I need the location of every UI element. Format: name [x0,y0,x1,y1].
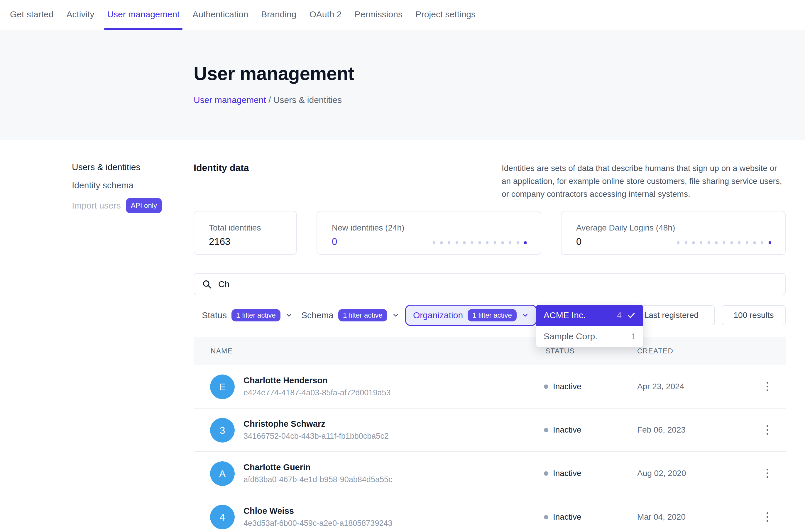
row-actions-kebab-icon[interactable] [761,465,774,481]
page-title: User management [194,63,354,84]
breadcrumb-link[interactable]: User management [194,95,266,105]
identities-table: NAME STATUS CREATED E Charlotte Henderso… [194,337,786,532]
identity-name-cell: Chloe Weiss 4e3d53af-6b00-459c-a2e0-a180… [243,506,392,528]
status-cell: Inactive [544,382,581,391]
main-content: Identity data Identities are sets of dat… [194,162,786,532]
search-bar [194,273,786,295]
stat-card-new-identities: New identities (24h) 0 [317,211,541,255]
row-actions-kebab-icon[interactable] [761,422,774,438]
table-row[interactable]: 3 Christophe Schwarz 34166752-04cb-443b-… [194,408,786,452]
created-date: Apr 23, 2024 [637,382,684,391]
top-nav: Get started Activity User management Aut… [0,0,805,29]
identity-name-cell: Charlotte Guerin afd63ba0-467b-4e1d-b958… [243,462,392,484]
identity-id: afd63ba0-467b-4e1d-b958-90ab84d5a55c [243,475,392,484]
filter-active-badge: 1 filter active [468,309,517,321]
filter-active-badge: 1 filter active [231,309,280,321]
identity-name-cell: Christophe Schwarz 34166752-04cb-443b-a1… [243,419,389,441]
avatar: 3 [210,418,235,442]
identity-id: 4e3d53af-6b00-459c-a2e0-a18058739243 [243,519,392,528]
tab-user-management[interactable]: User management [107,0,180,29]
sidebar-item-label: Import users [72,200,121,211]
created-date: Feb 06, 2023 [637,425,686,435]
dropdown-option-sample-corp[interactable]: Sample Corp. 1 [536,326,643,347]
sparkline-chart [433,241,527,244]
intro-row: Identity data Identities are sets of dat… [194,162,786,200]
option-label: ACME Inc. [544,310,612,320]
avatar: 4 [210,505,235,529]
created-date: Aug 02, 2020 [637,469,686,478]
tab-authentication[interactable]: Authentication [192,0,248,29]
filter-status[interactable]: Status 1 filter active [202,305,293,326]
breadcrumb: User management / Users & identities [194,95,342,105]
avatar: E [210,375,235,399]
status-badge: Inactive [553,469,581,478]
sidebar-item-import-users[interactable]: Import users API only [72,198,183,213]
status-cell: Inactive [544,469,581,478]
filter-row: Status 1 filter active Schema 1 filter a… [194,305,786,326]
stat-card-total-identities: Total identities 2163 [194,211,297,255]
status-badge: Inactive [553,382,581,391]
sidebar-item-identity-schema[interactable]: Identity schema [72,180,183,191]
stat-value: 2163 [209,236,296,247]
option-label: Sample Corp. [544,331,626,341]
sidebar-item-label: Users & identities [72,162,140,172]
status-dot [544,515,548,519]
identity-id: 34166752-04cb-443b-a11f-fb1bb0cba5c2 [243,432,389,441]
chevron-down-icon [521,311,529,319]
search-input[interactable] [218,279,785,289]
tab-activity[interactable]: Activity [66,0,94,29]
sidebar: Users & identities Identity schema Impor… [72,162,183,221]
table-row[interactable]: A Charlotte Guerin afd63ba0-467b-4e1d-b9… [194,452,786,495]
breadcrumb-separator: / [266,95,274,105]
tab-permissions[interactable]: Permissions [355,0,402,29]
identity-name: Chloe Weiss [243,506,392,516]
stat-cards: Total identities 2163 New identities (24… [194,211,786,255]
row-actions-kebab-icon[interactable] [761,378,774,395]
filter-schema[interactable]: Schema 1 filter active [301,305,399,326]
status-dot [544,428,548,432]
filter-organization[interactable]: Organization 1 filter active [405,305,537,326]
stat-label: Total identities [209,223,296,232]
filter-active-badge: 1 filter active [338,309,387,321]
results-count-button[interactable]: 100 results [722,305,786,325]
stat-label: Average Daily Logins (48h) [576,223,785,232]
filter-label: Status [202,310,227,320]
page-header: User management User management / Users … [0,30,805,140]
table-row[interactable]: 4 Chloe Weiss 4e3d53af-6b00-459c-a2e0-a1… [194,495,786,532]
tab-oauth2[interactable]: OAuth 2 [309,0,341,29]
option-count: 1 [631,332,636,341]
search-icon [202,279,212,289]
table-header: NAME STATUS CREATED [194,337,786,365]
status-dot [544,471,548,476]
status-dot [544,384,548,389]
section-description: Identities are sets of data that describ… [502,162,786,201]
identity-id: e424e774-4187-4a03-85fa-af72d0019a53 [243,388,391,397]
check-icon [627,311,636,320]
tab-project-settings[interactable]: Project settings [415,0,475,29]
api-only-badge: API only [126,198,162,213]
breadcrumb-current: Users & identities [274,95,342,105]
sidebar-item-label: Identity schema [72,180,133,191]
filter-label: Organization [413,310,463,320]
tab-get-started[interactable]: Get started [10,0,53,29]
identity-name-cell: Charlotte Henderson e424e774-4187-4a03-8… [243,376,391,397]
status-badge: Inactive [553,512,581,522]
organization-dropdown: ACME Inc. 4 Sample Corp. 1 [536,305,643,347]
identity-name: Christophe Schwarz [243,419,389,429]
section-title: Identity data [194,163,249,173]
dropdown-option-acme[interactable]: ACME Inc. 4 [536,305,643,326]
status-badge: Inactive [553,425,581,435]
identity-name: Charlotte Henderson [243,376,391,385]
identity-name: Charlotte Guerin [243,462,392,472]
page: Get started Activity User management Aut… [0,0,805,532]
sidebar-item-users-identities[interactable]: Users & identities [72,162,183,172]
tab-branding[interactable]: Branding [261,0,296,29]
column-header-status: STATUS [545,347,575,355]
chevron-down-icon [285,311,293,319]
sparkline-chart [677,241,771,244]
row-actions-kebab-icon[interactable] [761,509,774,525]
table-row[interactable]: E Charlotte Henderson e424e774-4187-4a03… [194,365,786,408]
status-cell: Inactive [544,425,581,435]
created-date: Mar 04, 2020 [637,512,686,522]
column-header-created: CREATED [637,347,673,355]
